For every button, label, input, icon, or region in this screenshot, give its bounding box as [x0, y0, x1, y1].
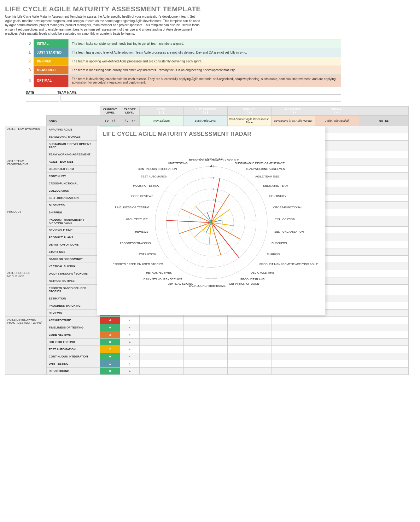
level-1-slot[interactable] — [184, 331, 227, 338]
svg-text:RETROSPECTIVES: RETROSPECTIVES — [146, 271, 172, 274]
target-level-cell[interactable]: 4 — [120, 367, 140, 374]
notes-cell[interactable] — [359, 201, 408, 209]
level-2-slot[interactable] — [227, 338, 271, 345]
notes-cell[interactable] — [359, 324, 408, 331]
level-2-slot[interactable] — [227, 345, 271, 353]
level-3-slot[interactable] — [271, 345, 315, 353]
svg-line-21 — [211, 182, 250, 223]
notes-cell[interactable] — [359, 158, 408, 165]
level-2-slot[interactable] — [227, 353, 271, 360]
notes-cell[interactable] — [359, 165, 408, 172]
level-3-slot[interactable] — [271, 331, 315, 338]
svg-text:CONTINUITY: CONTINUITY — [269, 194, 287, 198]
level-0-slot[interactable] — [140, 338, 184, 345]
notes-cell[interactable] — [359, 353, 408, 360]
notes-cell[interactable] — [359, 309, 408, 316]
svg-point-93 — [210, 222, 212, 223]
level-4-slot[interactable] — [315, 338, 359, 345]
date-input[interactable] — [26, 94, 59, 102]
svg-text:CROSS-FUNCTIONAL: CROSS-FUNCTIONAL — [273, 206, 302, 209]
level-4-slot[interactable] — [315, 345, 359, 353]
level-2-slot[interactable] — [227, 316, 271, 324]
row-label: SUSTAINABLE DEVELOPMENT PACE — [47, 140, 100, 151]
notes-cell[interactable] — [359, 270, 408, 277]
target-level-cell[interactable]: 4 — [120, 338, 140, 345]
level-4-slot[interactable] — [315, 367, 359, 374]
current-level-cell[interactable]: 0 — [100, 353, 120, 360]
level-4-slot[interactable] — [315, 353, 359, 360]
level-0-slot[interactable] — [140, 353, 184, 360]
current-level-cell[interactable]: 0 — [100, 324, 120, 331]
notes-cell[interactable] — [359, 209, 408, 216]
notes-cell[interactable] — [359, 345, 408, 353]
level-4-slot[interactable] — [315, 360, 359, 367]
notes-cell[interactable] — [359, 172, 408, 180]
level-0-slot[interactable] — [140, 367, 184, 374]
notes-cell[interactable] — [359, 194, 408, 201]
current-level-cell[interactable]: 2 — [100, 345, 120, 353]
target-level-cell[interactable]: 4 — [120, 345, 140, 353]
notes-cell[interactable] — [359, 151, 408, 158]
level-0-slot[interactable] — [140, 360, 184, 367]
notes-cell[interactable] — [359, 277, 408, 284]
level-0-slot[interactable] — [140, 345, 184, 353]
notes-cell[interactable] — [359, 316, 408, 324]
target-level-cell[interactable]: 4 — [120, 324, 140, 331]
notes-cell[interactable] — [359, 331, 408, 338]
level-3-slot[interactable] — [271, 324, 315, 331]
notes-cell[interactable] — [359, 248, 408, 255]
notes-cell[interactable] — [359, 255, 408, 263]
notes-cell[interactable] — [359, 338, 408, 345]
level-1-slot[interactable] — [184, 367, 227, 374]
level-3-slot[interactable] — [271, 316, 315, 324]
level-1-slot[interactable] — [184, 360, 227, 367]
level-2-slot[interactable] — [227, 331, 271, 338]
target-level-cell[interactable]: 4 — [120, 331, 140, 338]
level-1-slot[interactable] — [184, 353, 227, 360]
current-level-cell[interactable]: 1 — [100, 360, 120, 367]
notes-cell[interactable] — [359, 216, 408, 226]
level-1-slot[interactable] — [184, 345, 227, 353]
svg-text:DEV CYCLE TIME: DEV CYCLE TIME — [251, 271, 274, 274]
notes-cell[interactable] — [359, 302, 408, 309]
level-1-slot[interactable] — [184, 316, 227, 324]
level-2-slot[interactable] — [227, 324, 271, 331]
notes-cell[interactable] — [359, 241, 408, 248]
notes-cell[interactable] — [359, 180, 408, 187]
current-level-cell[interactable]: 0 — [100, 367, 120, 374]
level-4-slot[interactable] — [315, 331, 359, 338]
team-name-input[interactable] — [61, 94, 341, 102]
level-3-slot[interactable] — [271, 367, 315, 374]
svg-text:TEAMWORK / MORALE: TEAMWORK / MORALE — [208, 158, 239, 161]
notes-cell[interactable] — [359, 284, 408, 295]
level-2-slot[interactable] — [227, 360, 271, 367]
notes-cell[interactable] — [359, 133, 408, 140]
level-0-slot[interactable] — [140, 316, 184, 324]
level-3-slot[interactable] — [271, 338, 315, 345]
notes-cell[interactable] — [359, 126, 408, 133]
level-4-slot[interactable] — [315, 316, 359, 324]
notes-cell[interactable] — [359, 234, 408, 241]
level-0-slot[interactable] — [140, 331, 184, 338]
notes-cell[interactable] — [359, 187, 408, 194]
notes-cell[interactable] — [359, 140, 408, 151]
notes-cell[interactable] — [359, 360, 408, 367]
level-1-slot[interactable] — [184, 324, 227, 331]
level-1-slot[interactable] — [184, 338, 227, 345]
current-level-cell[interactable]: 4 — [100, 316, 120, 324]
level-3-slot[interactable] — [271, 353, 315, 360]
current-level-cell[interactable]: 0 — [100, 338, 120, 345]
current-level-cell[interactable]: 3 — [100, 331, 120, 338]
level-2-slot[interactable] — [227, 367, 271, 374]
level-3-slot[interactable] — [271, 360, 315, 367]
row-label: CONTINUOUS INTEGRATION — [47, 353, 100, 360]
target-level-cell[interactable]: 4 — [120, 353, 140, 360]
target-level-cell[interactable]: 4 — [120, 316, 140, 324]
notes-cell[interactable] — [359, 226, 408, 234]
notes-cell[interactable] — [359, 263, 408, 270]
level-0-slot[interactable] — [140, 324, 184, 331]
target-level-cell[interactable]: 4 — [120, 360, 140, 367]
notes-cell[interactable] — [359, 367, 408, 374]
notes-cell[interactable] — [359, 295, 408, 302]
level-4-slot[interactable] — [315, 324, 359, 331]
